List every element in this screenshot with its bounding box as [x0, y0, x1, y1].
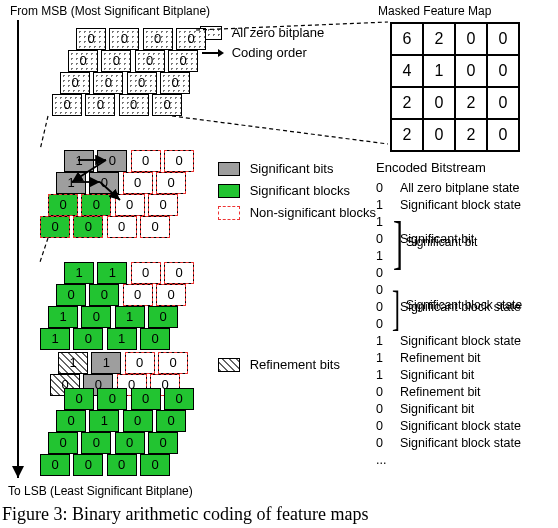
bp-cell: 0: [73, 216, 103, 238]
bp-cell: 0: [119, 94, 149, 116]
brace2-label: Significant block state: [406, 298, 522, 312]
list-item: 1Significant block state: [376, 333, 521, 350]
bp-cell: 0: [131, 388, 161, 410]
bp-cell: 0: [68, 50, 98, 72]
legend-refinement: Refinement bits: [218, 356, 340, 372]
bitplane-2: 1 1 0 0 0 0 0 0 1 0 1 0 1 0 1 0: [40, 262, 194, 350]
list-item: 0Significant block state: [376, 418, 521, 435]
label-masked-header: Masked Feature Map: [378, 4, 491, 18]
legend-nonsig-text: Non-significant blocks: [250, 205, 376, 220]
brace1-label: Significant bit: [406, 235, 477, 249]
mfm-cell: 0: [487, 119, 519, 151]
bp-cell: 0: [158, 352, 188, 374]
bp-cell: 1: [89, 410, 119, 432]
svg-line-5: [40, 116, 48, 150]
legend-allzero: All zero bitplane: [200, 24, 324, 40]
bp-cell: 1: [48, 306, 78, 328]
svg-line-6: [40, 238, 48, 262]
bp-cell: 0: [125, 352, 155, 374]
bp-cell: 0: [115, 194, 145, 216]
bp-cell: 0: [97, 388, 127, 410]
list-item: 0All zero bitplane state: [376, 180, 521, 197]
mfm-cell: 2: [455, 87, 487, 119]
bp-cell: 0: [123, 172, 153, 194]
bp-cell: 0: [156, 410, 186, 432]
bp-cell: 0: [168, 50, 198, 72]
list-item: 0Significant block state: [376, 435, 521, 452]
bp-cell: 0: [164, 150, 194, 172]
bp-cell: 0: [40, 216, 70, 238]
bitplane-1: 1 0 0 0 1 0 0 0 0 0 0 0 0 0 0 0: [40, 150, 194, 238]
bp-cell: 0: [73, 454, 103, 476]
mfm-cell: 0: [487, 87, 519, 119]
svg-marker-1: [218, 49, 224, 57]
bp-cell: 0: [123, 410, 153, 432]
bp-cell: 0: [56, 410, 86, 432]
bp-cell: 0: [131, 150, 161, 172]
label-msb: From MSB (Most Significant Bitplane): [10, 4, 210, 18]
gray-swatch: [218, 162, 240, 176]
mfm-cell: 4: [391, 55, 423, 87]
legend-coding-order: Coding order: [200, 44, 307, 60]
mfm-cell: 2: [391, 87, 423, 119]
bp-cell: 0: [148, 306, 178, 328]
bp-cell: 0: [81, 306, 111, 328]
bp-cell: 0: [101, 50, 131, 72]
label-encoded-header: Encoded Bitstream: [376, 160, 486, 175]
bp-cell: 0: [93, 72, 123, 94]
bp-cell: 0: [156, 172, 186, 194]
bp-cell: 0: [73, 328, 103, 350]
bp-cell: 1: [97, 262, 127, 284]
mfm-cell: 0: [487, 23, 519, 55]
list-item: 1Refinement bit: [376, 350, 521, 367]
bp-cell: 0: [176, 28, 206, 50]
bp-cell: 0: [131, 262, 161, 284]
list-item: ...: [376, 452, 521, 469]
svg-line-4: [172, 116, 388, 144]
bp-cell: 0: [152, 94, 182, 116]
bp-cell: 0: [60, 72, 90, 94]
brace-icon: ]: [392, 280, 400, 335]
mfm-cell: 0: [423, 87, 455, 119]
bp-cell: 0: [81, 432, 111, 454]
legend-ref-text: Refinement bits: [250, 357, 340, 372]
bp-cell: 0: [140, 454, 170, 476]
bp-cell: 0: [109, 28, 139, 50]
bp-cell: 0: [156, 284, 186, 306]
mfm-cell: 0: [487, 55, 519, 87]
green-swatch: [218, 184, 240, 198]
mfm-cell: 6: [391, 23, 423, 55]
mfm-cell: 2: [391, 119, 423, 151]
bp-cell: 0: [97, 150, 127, 172]
bp-cell: 0: [56, 284, 86, 306]
legend-sigblocks-text: Significant blocks: [250, 183, 350, 198]
bp-cell: 1: [56, 172, 86, 194]
bp-cell: 0: [48, 432, 78, 454]
bp-cell: 0: [107, 454, 137, 476]
bp-cell: 0: [140, 328, 170, 350]
bp-cell: 1: [107, 328, 137, 350]
legend-sigbits: Significant bits: [218, 160, 333, 176]
legend-sigblocks: Significant blocks: [218, 182, 350, 198]
figure-caption: Figure 3: Binary arithmetic coding of fe…: [2, 504, 368, 525]
brace-icon: ]: [393, 208, 403, 277]
bp-cell: 1: [58, 352, 88, 374]
bp-cell: 0: [123, 284, 153, 306]
bp-cell: 0: [48, 194, 78, 216]
bp-cell: 1: [64, 150, 94, 172]
legend-allzero-text: All zero bitplane: [232, 25, 325, 40]
bp-cell: 0: [164, 262, 194, 284]
bp-cell: 0: [40, 454, 70, 476]
bp-cell: 0: [164, 388, 194, 410]
stripe-swatch: [218, 358, 240, 372]
bp-cell: 0: [89, 284, 119, 306]
legend-nonsig: Non-significant blocks: [218, 204, 376, 220]
bp-cell: 0: [160, 72, 190, 94]
bp-cell: 0: [107, 216, 137, 238]
legend-coding-order-text: Coding order: [232, 45, 307, 60]
list-item: 0Refinement bit: [376, 384, 521, 401]
bp-cell: 0: [148, 432, 178, 454]
mfm-cell: 1: [423, 55, 455, 87]
bp-cell: 0: [64, 388, 94, 410]
bp-cell: 0: [52, 94, 82, 116]
